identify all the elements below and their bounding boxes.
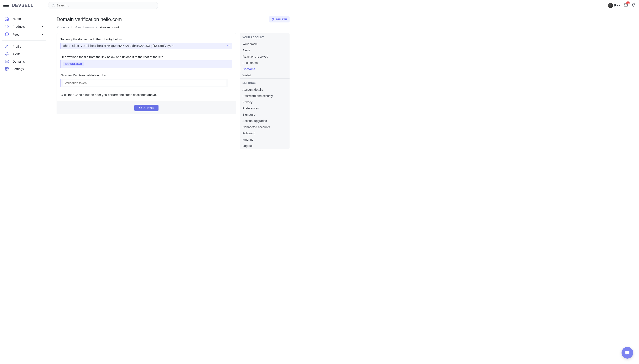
search-input-wrapper[interactable] <box>48 2 158 9</box>
svg-rect-4 <box>6 60 8 61</box>
check-button-label: CHECK <box>144 106 154 110</box>
panel-link-wallet[interactable]: Wallet <box>240 72 290 78</box>
verification-card: To verify the domain, add the txt entry … <box>56 33 236 114</box>
panel-link-password-security[interactable]: Password and security <box>240 93 290 99</box>
brand-logo[interactable]: DEVSELL <box>12 3 34 8</box>
panel-link-alerts[interactable]: Alerts <box>240 47 290 54</box>
svg-point-0 <box>52 4 54 6</box>
txt-entry-code: shop-site-verification:8FM6qpUpKK4N22eOq… <box>60 43 232 49</box>
panel-link-signature[interactable]: Signature <box>240 112 290 118</box>
messages-icon[interactable]: 1 <box>624 3 628 8</box>
breadcrumb: Products Your domains Your account <box>56 26 290 29</box>
code-icon <box>4 24 10 29</box>
delete-button-label: DELETE <box>276 18 287 21</box>
sidebar-item-label: Domains <box>12 60 25 63</box>
svg-point-8 <box>6 68 8 70</box>
chevron-down-icon <box>41 24 44 28</box>
txt-entry-label: To verify the domain, add the txt entry … <box>60 38 232 41</box>
panel-heading-your-account: YOUR ACCOUNT <box>240 33 290 41</box>
chevron-right-icon <box>95 26 98 28</box>
svg-line-10 <box>141 108 142 109</box>
svg-rect-5 <box>6 62 8 63</box>
bell-icon <box>4 52 10 56</box>
search-icon <box>139 106 142 110</box>
sidebar-item-settings[interactable]: Settings <box>2 65 46 72</box>
download-button[interactable]: DOWNLOAD <box>63 62 84 66</box>
token-label: Or enter XenForo validation token <box>60 74 232 77</box>
chevron-down-icon <box>41 32 44 36</box>
avatar <box>608 3 613 8</box>
username-label: Rick <box>614 4 620 7</box>
sidebar-item-products[interactable]: Products <box>2 22 46 30</box>
panel-link-ignoring[interactable]: Ignoring <box>240 136 290 143</box>
user-icon <box>4 44 10 48</box>
sidebar-item-domains[interactable]: Domains <box>2 58 46 65</box>
check-instruction: Click the "Check" button after you perfo… <box>60 93 232 96</box>
panel-link-your-profile[interactable]: Your profile <box>240 41 290 47</box>
svg-point-9 <box>139 107 141 109</box>
search-icon <box>51 4 55 7</box>
menu-toggle-icon[interactable] <box>3 3 9 8</box>
sidebar-item-label: Feed <box>12 33 20 36</box>
panel-link-privacy[interactable]: Privacy <box>240 99 290 105</box>
check-button[interactable]: CHECK <box>134 104 159 111</box>
panel-link-account-upgrades[interactable]: Account upgrades <box>240 118 290 124</box>
svg-line-1 <box>54 6 54 7</box>
breadcrumb-products[interactable]: Products <box>56 26 69 29</box>
download-block: DOWNLOAD <box>60 60 232 68</box>
sidebar-item-label: Products <box>12 25 25 28</box>
server-icon <box>4 59 10 64</box>
sidebar-item-label: Alerts <box>12 52 20 56</box>
delete-button[interactable]: DELETE <box>269 16 290 22</box>
txt-entry-value: shop-site-verification:8FM6qpUpKK4N22eOq… <box>63 44 173 48</box>
sidebar-item-home[interactable]: Home <box>2 14 46 22</box>
panel-link-account-details[interactable]: Account details <box>240 86 290 93</box>
breadcrumb-your-domains[interactable]: Your domains <box>75 26 94 29</box>
token-input-block <box>60 78 228 87</box>
panel-link-bookmarks[interactable]: Bookmarks <box>240 60 290 66</box>
download-label: Or download the file from the link below… <box>60 55 232 59</box>
panel-link-preferences[interactable]: Preferences <box>240 105 290 112</box>
copy-code-icon[interactable] <box>227 44 230 48</box>
panel-link-log-out[interactable]: Log out <box>240 143 290 149</box>
gear-icon <box>4 67 10 71</box>
user-menu[interactable]: Rick <box>608 3 620 8</box>
panel-link-domains[interactable]: Domains <box>240 66 290 72</box>
search-input[interactable] <box>56 4 155 7</box>
svg-point-3 <box>6 45 8 46</box>
panel-link-reactions-received[interactable]: Reactions received <box>240 54 290 60</box>
panel-link-following[interactable]: Following <box>240 130 290 136</box>
alerts-bell-icon[interactable] <box>632 3 636 8</box>
top-header: DEVSELL Rick 1 <box>0 0 639 11</box>
chat-icon <box>4 32 10 36</box>
breadcrumb-your-account: Your account <box>100 26 119 29</box>
sidebar-item-label: Home <box>12 17 21 20</box>
validation-token-input[interactable] <box>63 80 226 86</box>
sidebar-divider <box>2 40 46 40</box>
sidebar-item-alerts[interactable]: Alerts <box>2 50 46 58</box>
panel-heading-settings: SETTINGS <box>240 78 290 86</box>
sidebar-item-profile[interactable]: Profile <box>2 43 46 50</box>
sidebar-item-label: Settings <box>12 67 24 71</box>
account-panel: YOUR ACCOUNT Your profile Alerts Reactio… <box>240 33 290 149</box>
panel-link-connected-accounts[interactable]: Connected accounts <box>240 124 290 130</box>
sidebar-item-label: Profile <box>12 45 22 48</box>
page-title: Domain verification hello.com <box>56 16 122 22</box>
messages-badge: 1 <box>626 2 630 4</box>
left-sidebar: Home Products Feed Profile <box>0 11 48 157</box>
chevron-right-icon <box>70 26 73 28</box>
trash-icon <box>272 18 275 21</box>
home-icon <box>4 16 10 21</box>
sidebar-item-feed[interactable]: Feed <box>2 30 46 38</box>
